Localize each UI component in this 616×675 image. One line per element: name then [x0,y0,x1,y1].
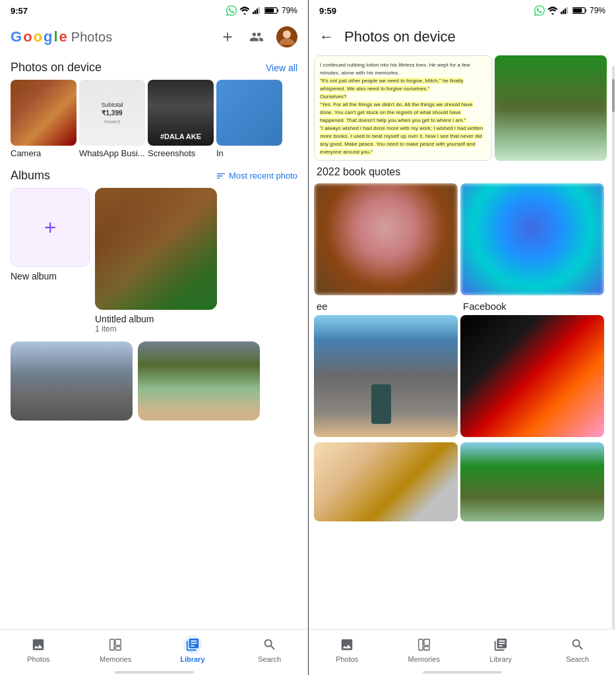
battery-icon [264,7,279,15]
new-album-tile[interactable]: + New album [11,188,90,334]
ee-label: ee [314,298,330,317]
albums-labels-row: ee Facebook [314,301,611,312]
home-indicator-right [309,671,616,675]
untitled-album-count: 1 item [95,324,217,334]
logo-e: e [59,28,67,45]
people-thumb-1[interactable] [314,183,458,295]
waves-photo[interactable] [11,341,133,421]
nav-library[interactable]: Library [171,635,214,663]
photos-on-device-title: Photos on device [11,61,102,74]
ee-label-container: ee [314,301,458,312]
new-album-button[interactable]: + [11,188,90,267]
book-nature-thumb[interactable] [495,55,607,161]
bottom-nav-left: Photos Memories Library Search [0,629,308,671]
book-text-thumb[interactable]: I continued rubbing lotion into his life… [314,55,492,161]
folder-thumb-camera [11,80,77,146]
right-header: ← Photos on device [309,18,616,55]
nav-photos[interactable]: Photos [17,635,59,663]
svg-rect-12 [561,12,562,15]
signal-icon-right [561,7,570,15]
sort-control[interactable]: Most recent photo [216,171,297,181]
library-nav-icon [183,635,202,654]
nav-memories[interactable]: Memories [94,635,137,663]
view-all-button[interactable]: View all [266,63,297,73]
logo-o1: o [23,28,32,45]
folder-whatsapp[interactable]: Subtotal ₹1,399 Howerd WhatsApp Busi... [79,80,145,158]
nav-search[interactable]: Search [249,635,291,663]
nav-photos-right[interactable]: Photos [326,635,368,663]
google-photos-logo: G o o g l e Photos [11,28,112,45]
nav-search-label-right: Search [566,655,589,663]
nav-photos-label: Photos [27,655,49,663]
photos-on-device-header: Photos on device View all [0,55,308,80]
status-bar-left: 9:57 79% [0,0,308,18]
svg-point-8 [283,30,291,38]
whatsapp-icon-right [534,5,545,16]
svg-rect-15 [567,7,568,15]
book-text-content: I continued rubbing lotion into his life… [320,61,486,156]
untitled-album-name: Untitled album [95,314,217,324]
folder-screenshots[interactable]: #DALA AKE Screenshots [148,80,214,158]
library-nav-icon-right [491,635,510,654]
memories-nav-icon-right [415,635,433,654]
book-quotes-row: I continued rubbing lotion into his life… [314,55,611,161]
status-icons-left: 79% [226,5,297,16]
time-left: 9:57 [11,6,28,16]
svg-rect-20 [424,639,429,645]
new-album-label: New album [11,271,57,281]
albums-title: Albums [11,169,50,183]
svg-rect-11 [115,646,121,650]
nav-library-right[interactable]: Library [479,635,522,663]
search-nav-icon-right [569,635,587,654]
facebook-label-container: Facebook [460,301,604,312]
add-button[interactable] [218,28,237,46]
svg-rect-1 [255,10,256,14]
right-panel: 9:59 79% ← Photos on device I continued … [308,0,616,675]
svg-rect-6 [265,9,274,13]
time-right: 9:59 [319,6,336,16]
folder-in[interactable]: In [216,80,282,158]
ee-facebook-row [314,315,611,437]
header-actions [218,26,297,47]
scrollbar-track [612,66,615,629]
bottom-nav-right: Photos Memories Library Search [309,629,616,671]
untitled-album-tile[interactable]: Untitled album 1 item [95,188,217,334]
home-indicator-left [0,671,308,675]
facebook-album-thumb[interactable] [460,315,604,437]
left-panel: 9:57 79% G o o g l e Photos [0,0,308,675]
back-button[interactable]: ← [319,28,334,45]
folder-name-camera: Camera [11,148,41,158]
whatsapp-icon [226,5,237,16]
untitled-album-thumb [95,188,217,310]
svg-rect-19 [419,639,423,650]
right-panel-title: Photos on device [344,28,456,45]
book-quotes-label: 2022 book quotes [317,166,611,178]
nav-memories-label: Memories [100,655,131,663]
logo-g2: g [44,28,52,45]
battery-text-left: 79% [282,6,297,15]
folder-camera[interactable]: Camera [11,80,77,158]
folder-thumb-screenshots: #DALA AKE [148,80,214,146]
svg-rect-3 [259,7,260,15]
photos-nav-icon-right [338,635,356,654]
nav-memories-right[interactable]: Memories [403,635,445,663]
right-content: I continued rubbing lotion into his life… [309,55,616,629]
bottom-photo-2[interactable] [460,442,604,521]
scrollbar-thumb[interactable] [612,79,615,112]
user-avatar[interactable] [276,26,297,47]
bottom-photo-1[interactable] [314,442,458,521]
bottom-photos-row [314,442,611,521]
nav-library-label: Library [180,655,204,663]
nav-search-label: Search [258,655,281,663]
svg-rect-14 [565,9,566,14]
trees-photo[interactable] [138,341,260,421]
people-thumb-2[interactable] [460,183,604,295]
svg-rect-18 [573,9,582,13]
svg-rect-5 [277,9,278,12]
status-bar-right: 9:59 79% [309,0,616,18]
nav-search-right[interactable]: Search [557,635,599,663]
shared-albums-button[interactable] [247,28,266,46]
ee-album-thumb[interactable] [314,315,458,437]
photos-folders-row: Camera Subtotal ₹1,399 Howerd WhatsApp B… [0,80,308,158]
facebook-label: Facebook [460,298,509,317]
